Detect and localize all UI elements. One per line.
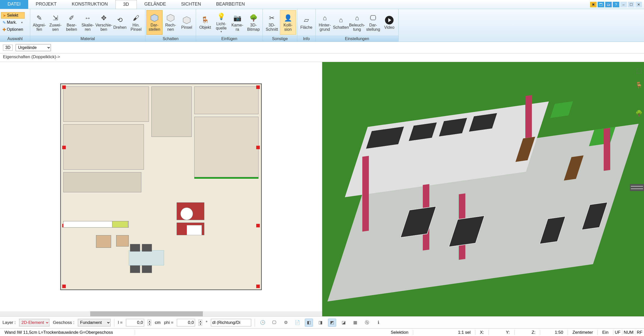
options-button[interactable]: ✚ Optionen xyxy=(1,26,25,33)
video-button[interactable]: Video xyxy=(381,10,397,35)
workspace: ⬚ 🪑 🌳 xyxy=(0,62,644,316)
house1-icon: ⌂ xyxy=(320,13,329,22)
ribbon-group-sonstige: ✂3D- Schnitt 👤Kolli- sion Sonstige xyxy=(263,9,297,42)
view3d-pane[interactable]: ⬚ 🪑 🌳 xyxy=(322,62,644,316)
menu-tab-gelaende[interactable]: GELÄNDE xyxy=(137,0,174,9)
close-icon[interactable]: ✕ xyxy=(635,2,642,7)
settings-icon[interactable]: ✖ xyxy=(590,2,597,7)
menu-tab-bearbeiten[interactable]: BEARBEITEN xyxy=(209,0,252,9)
view3d-slider-handle[interactable] xyxy=(630,184,644,191)
menu-tab-datei[interactable]: DATEI xyxy=(0,0,28,9)
select-button[interactable]: ➤ Selekt xyxy=(1,12,25,19)
length-label: l = xyxy=(118,320,122,325)
direction-input[interactable] xyxy=(211,319,251,326)
monitor-icon[interactable]: 🖵 xyxy=(270,319,278,327)
layer4-icon[interactable]: ◪ xyxy=(340,319,348,327)
lighting-button[interactable]: ⌂Beleuch- tung xyxy=(349,10,365,35)
layer-select[interactable]: 2D-Element xyxy=(19,319,49,326)
color-palette-icon[interactable] xyxy=(635,95,643,103)
grid-icon[interactable]: ▦ xyxy=(351,319,359,327)
l-up[interactable]: ▴ xyxy=(148,320,151,323)
area-button[interactable]: ▱Fläche xyxy=(298,10,314,35)
move-material-button[interactable]: ✥Verschie- ben xyxy=(96,10,112,35)
view-mode-indicator[interactable]: 3D xyxy=(3,45,13,51)
calculate-button[interactable]: Rech- nen xyxy=(163,10,179,35)
terrain-select[interactable]: Urgelände xyxy=(16,44,51,51)
layer-label: Layer : xyxy=(3,320,16,325)
edit-material-button[interactable]: ✐Bear- beiten xyxy=(63,10,80,35)
input-bar: Layer : 2D-Element Geschoss : Fundament … xyxy=(0,316,644,328)
display-button[interactable]: 🖵Dar- stellung xyxy=(365,10,381,35)
assign-material-button[interactable]: ⇲Zuwei- sen xyxy=(47,10,63,35)
status-bar: Wand IW 11,5cm L=Trockenbauwände G=Oberg… xyxy=(0,328,644,336)
help-icon[interactable]: ? xyxy=(613,2,619,7)
background-button[interactable]: ⌂Hinter- grund xyxy=(317,10,333,35)
gear-icon[interactable]: ⚙ xyxy=(282,319,290,327)
l-down[interactable]: ▾ xyxy=(148,323,151,326)
window-icon[interactable]: 🗔 xyxy=(598,2,604,7)
scale-material-button[interactable]: ↔Skalie- ren xyxy=(80,10,96,35)
render-button[interactable]: Dar- stellen xyxy=(146,10,163,35)
edit-icon: ✐ xyxy=(67,13,76,22)
ribbon-group-auswahl: ➤ Selekt ✎ Mark. ▼ ✚ Optionen Auswahl xyxy=(0,9,30,42)
properties-hint-bar[interactable]: Eigenschaften (Doppelklick)-> xyxy=(0,53,644,62)
pick-material-button[interactable]: ✎Abgrei- fen xyxy=(31,10,47,35)
layer3-icon[interactable]: ◩ xyxy=(328,319,336,327)
layer2-icon[interactable]: ◨ xyxy=(316,319,325,327)
group-label-einstellungen: Einstellungen xyxy=(316,36,398,42)
context-bar: 3D Urgelände xyxy=(0,42,644,53)
menu-tab-3d[interactable]: 3D xyxy=(115,0,137,9)
layer1-icon[interactable]: ◧ xyxy=(305,319,313,327)
maximize-icon[interactable]: ☐ xyxy=(628,2,634,7)
length-input[interactable] xyxy=(126,319,144,326)
light-button[interactable]: 💡Licht- quelle▼ xyxy=(213,10,229,35)
mark-button[interactable]: ✎ Mark. ▼ xyxy=(1,19,25,26)
tree-tool-icon[interactable]: 🌳 xyxy=(634,109,643,118)
rotate-icon: ⟲ xyxy=(115,16,124,25)
minimize-icon[interactable]: – xyxy=(620,2,627,7)
status-scale: 1:50 xyxy=(550,330,568,335)
menu-tab-sichten[interactable]: SICHTEN xyxy=(174,0,209,9)
status-selection: Selektion xyxy=(386,330,413,335)
phi-label: phi = xyxy=(164,320,173,325)
sheet-icon[interactable]: 📄 xyxy=(293,319,301,327)
menu-tab-projekt[interactable]: PROJEKT xyxy=(28,0,64,9)
layers-tool-icon[interactable]: ⬚ xyxy=(634,66,643,75)
object-button[interactable]: 🪑Objekt xyxy=(197,10,213,35)
phi-up[interactable]: ▴ xyxy=(199,320,202,323)
bulb-icon: 💡 xyxy=(217,12,226,21)
group-label-schatten: Schatten xyxy=(145,36,196,42)
brush-icon: 🖌 xyxy=(132,13,141,22)
menu-tab-konstruktion[interactable]: KONSTRUKTION xyxy=(64,0,115,9)
north-icon[interactable]: Ⓝ xyxy=(363,319,371,327)
rotate-material-button[interactable]: ⟲Drehen xyxy=(112,10,128,35)
section3d-button[interactable]: ✂3D- Schnitt xyxy=(264,10,280,35)
chair-tool-icon[interactable]: 🪑 xyxy=(634,81,643,90)
group-label-einfuegen: Einfügen xyxy=(196,36,263,42)
info-bar-icon[interactable]: ℹ xyxy=(374,319,382,327)
group-label-auswahl: Auswahl xyxy=(0,36,30,42)
house3-icon: ⌂ xyxy=(352,13,362,22)
ribbon: ➤ Selekt ✎ Mark. ▼ ✚ Optionen Auswahl ✎A… xyxy=(0,9,644,42)
floor-select[interactable]: Fundament xyxy=(78,319,111,326)
floor-plan[interactable] xyxy=(60,83,262,290)
status-z: Z: xyxy=(527,330,540,335)
phi-input[interactable] xyxy=(177,319,195,326)
dropdown-icon: ▼ xyxy=(21,21,23,24)
options-label: Optionen xyxy=(7,27,23,32)
bitmap3d-button[interactable]: 🌳3D- Bitmap xyxy=(245,10,262,35)
horizontal-scrollbar[interactable] xyxy=(0,311,322,316)
collision-button[interactable]: 👤Kolli- sion xyxy=(280,10,296,35)
brush-hin-button[interactable]: 🖌Hin. Pinsel xyxy=(128,10,144,35)
phi-down[interactable]: ▾ xyxy=(199,323,202,326)
ribbon-group-einfuegen: 🪑Objekt 💡Licht- quelle▼ 📷Kame- ra 🌳3D- B… xyxy=(196,9,263,42)
clock-icon[interactable]: 🕓 xyxy=(259,319,267,327)
brush-shadow-button[interactable]: Pinsel xyxy=(179,10,195,35)
play-icon xyxy=(385,16,394,25)
layers-icon[interactable]: 🗂 xyxy=(605,2,612,7)
shadow-settings-button[interactable]: ⌂Schatten xyxy=(333,10,349,35)
area-icon: ▱ xyxy=(302,16,311,25)
camera-button[interactable]: 📷Kame- ra xyxy=(229,10,245,35)
status-rf: RF xyxy=(635,330,644,335)
plan-view-pane[interactable] xyxy=(0,62,322,316)
